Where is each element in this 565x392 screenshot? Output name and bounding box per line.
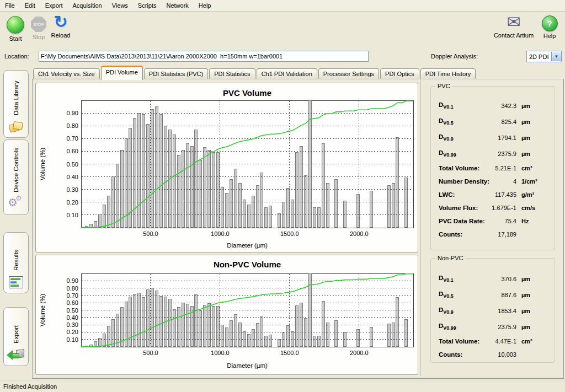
stat-label: DV0.5 bbox=[439, 291, 454, 299]
reload-button[interactable]: ↻ Reload bbox=[47, 13, 74, 39]
sidebar-icon-wrap bbox=[9, 274, 23, 288]
stat-value: 75.4 bbox=[485, 218, 516, 224]
menu-item-file[interactable]: File bbox=[0, 1, 20, 10]
export-arrow-icon bbox=[8, 348, 24, 361]
tab-ch1-pdi-validation[interactable]: Ch1 PDI Validation bbox=[257, 68, 317, 80]
stat-value: 1794.1 bbox=[454, 135, 516, 141]
tab-pdi-volume[interactable]: PDI Volume bbox=[101, 66, 143, 80]
sidebar-icon-wrap: ⚙⚙ bbox=[9, 196, 23, 210]
help-button[interactable]: ? Help bbox=[539, 13, 561, 39]
svg-text:2000.0: 2000.0 bbox=[350, 230, 369, 237]
stat-unit: µm bbox=[521, 151, 549, 157]
reload-label: Reload bbox=[47, 32, 74, 39]
stat-unit: µm bbox=[521, 119, 549, 125]
stat-row: Counts:10,003 bbox=[431, 348, 555, 361]
menu-item-acquisition[interactable]: Acquisition bbox=[68, 1, 107, 10]
start-button[interactable]: Start bbox=[3, 14, 28, 42]
contact-artium-button[interactable]: ✉ Contact Artium bbox=[489, 13, 539, 39]
location-label: Location: bbox=[4, 53, 29, 60]
menu-item-help[interactable]: Help bbox=[194, 1, 216, 10]
svg-text:0.10: 0.10 bbox=[67, 336, 78, 343]
tab-pdi-statistics-pvc[interactable]: PDI Statistics (PVC) bbox=[144, 68, 208, 80]
contact-artium-label: Contact Artium bbox=[489, 32, 539, 39]
tab-pdi-statistics[interactable]: PDI Statistics bbox=[209, 68, 255, 80]
stop-button: STOP Stop bbox=[28, 14, 50, 40]
stat-value: 5.21E-1 bbox=[479, 165, 516, 171]
svg-text:0.70: 0.70 bbox=[67, 135, 78, 142]
stat-row: DV0.992375.9µm bbox=[431, 146, 555, 162]
stat-label: PVC Data Rate: bbox=[439, 218, 485, 224]
stat-label: Total Volume: bbox=[439, 165, 479, 171]
stat-row: PVC Data Rate:75.4Hz bbox=[431, 214, 555, 228]
stat-row: DV0.91794.1µm bbox=[431, 130, 555, 146]
stat-row: Counts:17,189 bbox=[431, 228, 555, 241]
sidebar-item-data-library[interactable]: Data Library bbox=[3, 70, 29, 138]
svg-text:0.80: 0.80 bbox=[67, 285, 78, 292]
svg-text:0.20: 0.20 bbox=[67, 329, 78, 335]
svg-text:2000.0: 2000.0 bbox=[350, 350, 369, 356]
sidebar-item-results[interactable]: Results bbox=[3, 232, 29, 293]
svg-text:1000.0: 1000.0 bbox=[211, 350, 230, 356]
svg-text:0.80: 0.80 bbox=[67, 122, 78, 129]
bar-green-icon bbox=[10, 278, 20, 280]
menu-item-views[interactable]: Views bbox=[107, 1, 133, 10]
stat-value: 1.679E-1 bbox=[478, 205, 516, 211]
stat-value: 10,003 bbox=[462, 351, 516, 358]
stat-label: DV0.9 bbox=[439, 133, 454, 142]
svg-text:Diameter (µm): Diameter (µm) bbox=[227, 242, 268, 249]
status-text: Finished Acquisition bbox=[3, 383, 57, 390]
application-window: FileEditExportAcquisitionViewsScriptsNet… bbox=[0, 0, 565, 392]
svg-text:500.0: 500.0 bbox=[143, 230, 158, 237]
menu-item-edit[interactable]: Edit bbox=[20, 1, 40, 10]
svg-text:0.30: 0.30 bbox=[67, 321, 78, 328]
location-input[interactable] bbox=[39, 51, 369, 62]
pvc-volume-chart: 0.100.200.300.400.500.600.700.800.90500.… bbox=[36, 83, 418, 252]
stat-label: DV0.1 bbox=[439, 101, 454, 110]
toolbar: Start STOP Stop ↻ Reload ✉ Contact Artiu… bbox=[0, 12, 565, 47]
svg-text:0.40: 0.40 bbox=[67, 174, 78, 180]
sidebar-item-device-controls[interactable]: Device Controls⚙⚙ bbox=[3, 139, 29, 215]
stat-unit: Hz bbox=[521, 218, 549, 224]
tab-pdi-optics[interactable]: PDI Optics bbox=[380, 68, 419, 80]
stat-unit: µm bbox=[521, 292, 549, 298]
svg-text:0.90: 0.90 bbox=[67, 110, 78, 116]
chevron-down-icon[interactable]: ▼ bbox=[551, 52, 561, 61]
menu-item-network[interactable]: Network bbox=[161, 1, 193, 10]
tab-pdi-time-history[interactable]: PDI Time History bbox=[420, 68, 476, 80]
sidebar-item-label: Results bbox=[13, 237, 19, 271]
stop-icon: STOP bbox=[31, 17, 46, 32]
sidebar-item-label: Export bbox=[13, 312, 19, 343]
svg-text:1000.0: 1000.0 bbox=[211, 230, 230, 237]
tab-strip: Ch1 Velocity vs. SizePDI VolumePDI Stati… bbox=[33, 66, 476, 80]
stat-unit: µm bbox=[521, 135, 549, 141]
stat-label: DV0.5 bbox=[439, 117, 454, 126]
stat-label: Number Density: bbox=[439, 178, 489, 185]
arrow-head-icon bbox=[7, 350, 13, 360]
stat-row: Total Volume:4.47E-1cm³ bbox=[431, 335, 555, 348]
stat-label: Total Volume: bbox=[439, 338, 479, 345]
doppler-analysis-select[interactable]: 2D PDI ▼ bbox=[526, 51, 562, 62]
sidebar-icon-wrap bbox=[8, 347, 24, 361]
stat-row: LWC:117.435g/m³ bbox=[431, 188, 555, 201]
stat-row: Volume Flux:1.679E-1cm/s bbox=[431, 201, 555, 214]
pvc-stats-rows: DV0.1342.3µmDV0.5825.4µmDV0.91794.1µmDV0… bbox=[431, 98, 555, 241]
tab-processor-settings[interactable]: Processor Settings bbox=[318, 68, 379, 80]
stat-unit: cm³ bbox=[521, 338, 549, 345]
stat-row: DV0.1342.3µm bbox=[431, 98, 555, 114]
sidebar-item-label: Data Library bbox=[13, 75, 19, 115]
stat-row: Total Volume:5.21E-1cm³ bbox=[431, 162, 555, 175]
svg-text:0.50: 0.50 bbox=[67, 307, 78, 314]
svg-text:Volume (%): Volume (%) bbox=[39, 294, 46, 327]
svg-text:0.90: 0.90 bbox=[67, 277, 78, 284]
tab-ch1-velocity-vs-size[interactable]: Ch1 Velocity vs. Size bbox=[33, 68, 100, 80]
stat-row: DV0.1370.6µm bbox=[431, 271, 555, 287]
menu-item-export[interactable]: Export bbox=[40, 1, 68, 10]
sidebar-item-export[interactable]: Export bbox=[3, 307, 29, 366]
stat-value: 825.4 bbox=[454, 119, 516, 125]
menu-item-scripts[interactable]: Scripts bbox=[133, 1, 162, 10]
pane-divider bbox=[420, 81, 423, 376]
stat-unit: µm bbox=[521, 103, 549, 109]
svg-text:1500.0: 1500.0 bbox=[280, 230, 299, 237]
svg-text:0.60: 0.60 bbox=[67, 299, 78, 306]
envelope-icon: ✉ bbox=[489, 13, 539, 31]
